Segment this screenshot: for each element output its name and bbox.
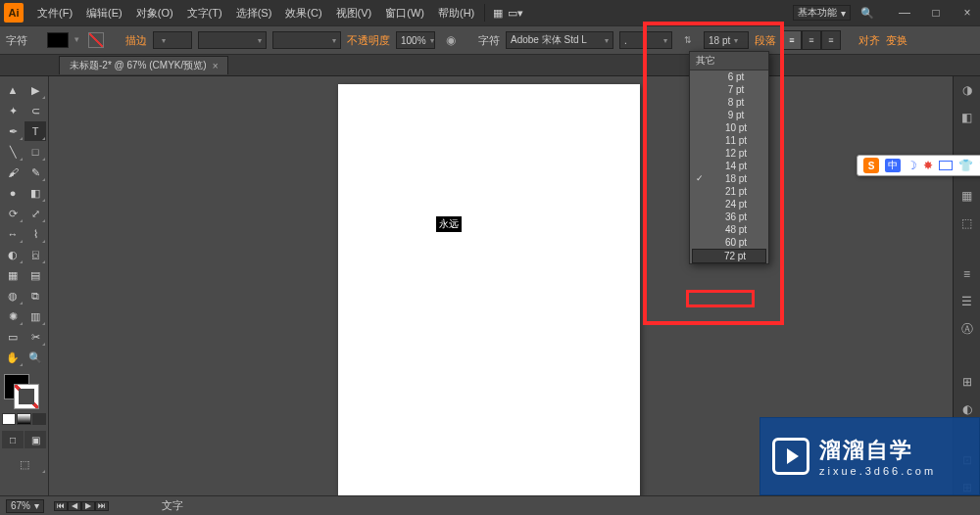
font-family-select[interactable]: Adobe 宋体 Std L▾ xyxy=(506,31,613,49)
font-size-option[interactable]: 14 pt xyxy=(690,160,768,172)
screen-mode[interactable]: ⬚ xyxy=(2,454,46,474)
transparency-panel-icon[interactable]: Ⓐ xyxy=(958,321,976,338)
font-size-option[interactable]: 9 pt xyxy=(690,109,768,121)
first-artboard-button[interactable]: ⏮ xyxy=(54,501,68,511)
ime-lang-badge[interactable]: 中 xyxy=(885,159,901,172)
workspace-switcher[interactable]: 基本功能 ▾ xyxy=(793,5,851,21)
hand-tool[interactable]: ✋ xyxy=(2,348,24,367)
recolor-icon[interactable]: ◉ xyxy=(441,30,461,50)
line-tool[interactable]: ╲ xyxy=(2,142,24,162)
prev-artboard-button[interactable]: ◀ xyxy=(68,501,81,511)
draw-behind[interactable]: ▣ xyxy=(24,431,46,448)
menu-help[interactable]: 帮助(H) xyxy=(432,3,480,23)
layout-icon[interactable]: ▦ xyxy=(489,4,507,22)
menu-effect[interactable]: 效果(C) xyxy=(279,3,327,23)
opacity-link[interactable]: 不透明度 xyxy=(347,33,390,48)
font-size-option[interactable]: 60 pt xyxy=(690,236,768,249)
draw-normal[interactable]: □ xyxy=(2,431,24,448)
brush-tool[interactable]: 🖌 xyxy=(2,163,24,182)
align-right-button[interactable]: ≡ xyxy=(821,30,841,50)
font-size-option[interactable]: 6 pt xyxy=(690,70,768,83)
font-size-select[interactable]: 18 pt▾ xyxy=(704,31,749,49)
font-size-dropdown-header[interactable]: 其它 xyxy=(690,52,768,70)
lasso-tool[interactable]: ⊂ xyxy=(24,101,46,120)
rotate-tool[interactable]: ⟳ xyxy=(2,204,24,223)
stroke-panel-icon[interactable]: ≡ xyxy=(958,267,976,283)
artboard-tool[interactable]: ▭ xyxy=(2,327,24,347)
scale-tool[interactable]: ⤢ xyxy=(24,204,46,223)
menu-select[interactable]: 选择(S) xyxy=(230,3,278,23)
minimize-button[interactable]: — xyxy=(896,6,913,20)
rectangle-tool[interactable]: □ xyxy=(24,142,46,162)
font-size-option[interactable]: 8 pt xyxy=(690,96,768,109)
font-size-option[interactable]: 48 pt xyxy=(690,223,768,236)
gradient-tool[interactable]: ▤ xyxy=(24,265,46,285)
ime-punct-icon[interactable]: ☽ xyxy=(906,159,917,172)
mesh-tool[interactable]: ▦ xyxy=(2,265,24,285)
document-tab[interactable]: 未标题-2* @ 67% (CMYK/预览) × xyxy=(59,56,228,74)
shape-builder-tool[interactable]: ◐ xyxy=(2,245,24,264)
last-artboard-button[interactable]: ⏭ xyxy=(95,501,109,511)
selected-text-object[interactable]: 永远 xyxy=(436,216,462,232)
magic-wand-tool[interactable]: ✦ xyxy=(2,101,24,120)
font-size-option[interactable]: 72 pt xyxy=(692,249,766,263)
ime-keyboard-icon[interactable] xyxy=(939,161,953,170)
font-size-option[interactable]: 12 pt xyxy=(690,147,768,160)
paragraph-link[interactable]: 段落 xyxy=(755,33,776,48)
artboard[interactable]: 永远 xyxy=(338,84,640,495)
font-size-dropdown[interactable]: 其它 6 pt7 pt8 pt9 pt10 pt11 pt12 pt14 pt1… xyxy=(689,51,769,264)
pencil-tool[interactable]: ✎ xyxy=(24,163,46,182)
next-artboard-button[interactable]: ▶ xyxy=(81,501,95,511)
gradient-panel-icon[interactable]: ☰ xyxy=(958,294,976,309)
perspective-tool[interactable]: ⌼ xyxy=(24,245,46,264)
fill-swatch[interactable] xyxy=(47,32,69,48)
symbols-panel-icon[interactable]: ⬚ xyxy=(958,215,976,231)
transform-link[interactable]: 变换 xyxy=(886,33,907,48)
align-center-button[interactable]: ≡ xyxy=(802,30,821,50)
symbol-sprayer-tool[interactable]: ✺ xyxy=(2,306,24,326)
opacity-select[interactable]: 100%▾ xyxy=(396,31,435,49)
menu-window[interactable]: 窗口(W) xyxy=(379,3,430,23)
stroke-none-swatch[interactable] xyxy=(88,32,104,48)
menu-view[interactable]: 视图(V) xyxy=(330,3,378,23)
maximize-button[interactable]: □ xyxy=(927,6,945,20)
color-panel-icon[interactable]: ◑ xyxy=(958,82,976,98)
blob-brush-tool[interactable]: ● xyxy=(2,183,24,203)
zoom-tool[interactable]: 🔍 xyxy=(24,348,46,367)
ime-skin-icon[interactable]: 👕 xyxy=(958,159,973,172)
align-left-button[interactable]: ≡ xyxy=(782,30,802,50)
none-mode[interactable] xyxy=(32,413,46,425)
fill-stroke-swatches[interactable] xyxy=(2,372,41,411)
eraser-tool[interactable]: ◧ xyxy=(24,183,46,203)
font-style-select[interactable]: .▾ xyxy=(619,31,672,49)
font-size-option[interactable]: 18 pt xyxy=(690,172,768,185)
font-size-option[interactable]: 21 pt xyxy=(690,185,768,198)
menu-edit[interactable]: 编辑(E) xyxy=(80,3,128,23)
direct-selection-tool[interactable]: ▶ xyxy=(24,80,46,100)
search-icon[interactable]: 🔍 xyxy=(858,4,876,22)
zoom-select[interactable]: 67% ▾ xyxy=(6,499,44,513)
slice-tool[interactable]: ✂ xyxy=(24,327,46,347)
font-size-option[interactable]: 10 pt xyxy=(690,121,768,134)
gradient-mode[interactable] xyxy=(17,413,30,425)
color-guide-icon[interactable]: ◧ xyxy=(958,110,976,125)
stroke-weight-select[interactable]: ▾ xyxy=(153,31,192,49)
brushes-panel-icon[interactable]: ▦ xyxy=(958,188,976,204)
char-panel-label[interactable]: 字符 xyxy=(6,33,27,48)
selection-tool[interactable]: ▲ xyxy=(2,80,24,100)
solid-mode[interactable] xyxy=(2,413,16,425)
tb-stroke-swatch[interactable] xyxy=(14,384,39,409)
align-link[interactable]: 对齐 xyxy=(858,33,880,48)
menu-type[interactable]: 文字(T) xyxy=(181,3,228,23)
graph-tool[interactable]: ▥ xyxy=(24,306,46,326)
warp-tool[interactable]: ⌇ xyxy=(24,224,46,244)
layout-dd-icon[interactable]: ▭▾ xyxy=(507,4,524,22)
appearance-panel-icon[interactable]: ⊞ xyxy=(958,374,976,390)
font-size-option[interactable]: 7 pt xyxy=(690,83,768,96)
font-panel-label[interactable]: 字符 xyxy=(478,33,500,48)
graphic-styles-icon[interactable]: ◐ xyxy=(958,401,976,417)
menu-object[interactable]: 对象(O) xyxy=(130,3,179,23)
font-size-option[interactable]: 11 pt xyxy=(690,134,768,147)
eyedropper-tool[interactable]: ◍ xyxy=(2,286,24,305)
ime-toolbar[interactable]: S 中 ☽ ✸ 👕 🔧 xyxy=(857,155,980,176)
